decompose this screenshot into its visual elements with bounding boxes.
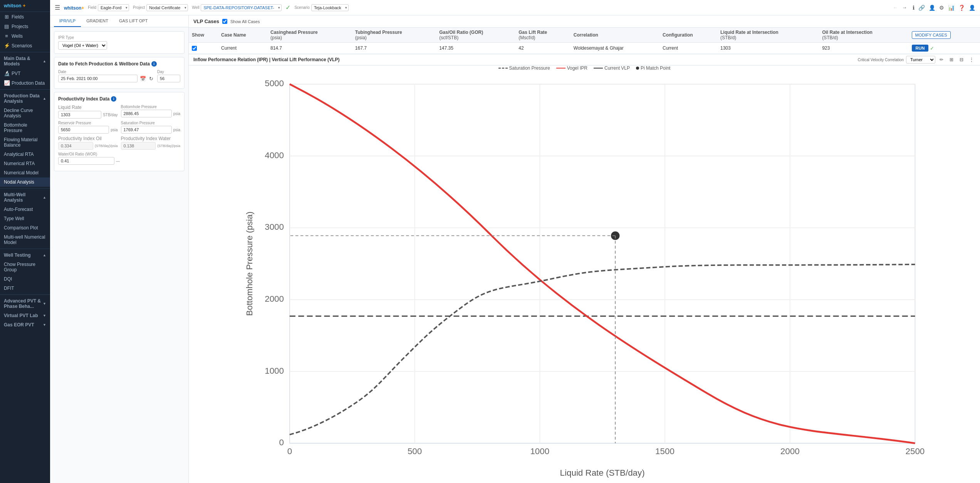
vlp-title: VLP Cases <box>193 18 219 24</box>
row-run-cell: RUN ✓ <box>909 43 980 54</box>
wor-input[interactable] <box>58 157 114 165</box>
chevron-up-icon3: ▲ <box>43 196 46 199</box>
sidebar-item-pvt[interactable]: 🔬 PVT <box>0 69 50 78</box>
scenario-select[interactable]: Teja-Lookback <box>311 4 349 11</box>
sidebar-group-main-data[interactable]: Main Data & Models ▲ <box>0 54 50 69</box>
user-icon[interactable]: 👤 <box>929 5 935 11</box>
sidebar-group-mwa[interactable]: Multi-Well Analysis ▲ <box>0 190 50 205</box>
pi-oil-input[interactable] <box>58 142 93 150</box>
liquid-rate-label: Liquid Rate <box>58 105 118 110</box>
sidebar-group-pda[interactable]: Production Data Analysis ▲ <box>0 91 50 106</box>
saturation-pressure-input[interactable] <box>121 126 172 134</box>
sidebar-item-nodal-analysis[interactable]: Nodal Analysis <box>0 177 50 187</box>
sidebar-group-advanced-pvt[interactable]: Advanced PVT & Phase Beha... ▼ <box>0 296 50 311</box>
ipr-type-select[interactable]: Vogel (Oil + Water) <box>58 41 107 50</box>
settings-icon[interactable]: ⚙ <box>939 5 944 11</box>
fields-icon: ⊞ <box>4 14 9 20</box>
field-select[interactable]: Eagle-Ford <box>98 4 129 11</box>
sidebar-item-comparison-plot[interactable]: Comparison Plot <box>0 223 50 232</box>
sidebar-item-dfit[interactable]: DFIT <box>0 284 50 293</box>
cv-label: Critical Velocity Correlation <box>858 58 904 62</box>
row-case-name: Current <box>218 43 267 54</box>
nav-forward-button[interactable]: → <box>900 3 909 12</box>
sidebar-group-virtual-pvt[interactable]: Virtual PVT Lab ▼ <box>0 311 50 320</box>
production-icon: 📈 <box>4 80 9 86</box>
sidebar-group-gas-eor[interactable]: Gas EOR PVT ▼ <box>0 320 50 329</box>
more-options-icon[interactable]: ⋮ <box>968 56 975 64</box>
tab-gas-lift-opt[interactable]: GAS LIFT OPT <box>114 15 153 27</box>
sidebar-item-dqi[interactable]: DQI <box>0 274 50 284</box>
col-configuration: Configuration <box>659 28 717 43</box>
sidebar-item-production-data[interactable]: 📈 Production Data <box>0 78 50 88</box>
chart-icon[interactable]: 📊 <box>948 5 955 11</box>
date-fetch-info-icon[interactable]: i <box>151 61 157 67</box>
sidebar-item-label: Scenarios <box>12 43 32 48</box>
sidebar-item-fields[interactable]: ⊞ Fields <box>0 12 50 22</box>
chart-legend: Saturation Pressure Vogel IPR Current VL… <box>189 65 980 71</box>
date-input[interactable] <box>58 75 138 82</box>
sidebar-group-well-testing[interactable]: Well Testing ▲ <box>0 251 50 260</box>
chevron-up-icon: ▲ <box>43 59 46 63</box>
calendar-icon[interactable]: 📅 <box>139 75 147 82</box>
expand-icon[interactable]: ⊞ <box>948 56 955 64</box>
tab-ipr-vlp[interactable]: IPR/VLP <box>54 15 81 27</box>
well-label: Well <box>192 5 199 10</box>
chevron-up-icon4: ▲ <box>43 253 46 257</box>
sidebar-item-auto-forecast[interactable]: Auto-Forecast <box>0 205 50 214</box>
col-gor: Gas/Oil Ratio (GOR)(scf/STB) <box>436 28 515 43</box>
svg-text:3000: 3000 <box>265 222 284 232</box>
col-show: Show <box>189 28 218 43</box>
bhp-label: Bottomhole Pressure <box>121 105 181 109</box>
row-show-checkbox[interactable] <box>192 46 197 51</box>
row-show <box>189 43 218 54</box>
svg-rect-0 <box>290 84 915 443</box>
link-icon[interactable]: 🔗 <box>918 5 925 11</box>
sidebar-item-numerical-rta[interactable]: Numerical RTA <box>0 159 50 168</box>
liquid-rate-input[interactable] <box>58 111 101 119</box>
reservoir-pressure-input[interactable] <box>58 126 109 134</box>
legend-pi-label: Pi Match Point <box>641 65 670 71</box>
sidebar-item-numerical-model[interactable]: Numerical Model <box>0 168 50 177</box>
scenario-selector: Scenario Teja-Lookback <box>294 4 348 11</box>
project-select[interactable]: Nodal Certificate <box>146 4 188 11</box>
run-button[interactable]: RUN <box>912 45 929 52</box>
sidebar-item-label: Projects <box>12 24 28 29</box>
account-icon[interactable]: 👤 <box>969 5 975 11</box>
col-tubinghead-pressure: Tubinghead Pressure(psia) <box>352 28 436 43</box>
sidebar-item-label: Fields <box>12 14 24 20</box>
sidebar-item-dca[interactable]: Decline Curve Analysis <box>0 106 50 120</box>
table-view-icon[interactable]: ⊟ <box>958 56 965 64</box>
sidebar-item-cpg[interactable]: Chow Pressure Group <box>0 260 50 274</box>
bhp-unit: psia <box>173 112 180 116</box>
info-icon[interactable]: ℹ <box>913 5 915 11</box>
sidebar-item-analytical-rta[interactable]: Analytical RTA <box>0 150 50 159</box>
sidebar-item-scenarios[interactable]: ⚡ Scenarios <box>0 41 50 50</box>
pi-info-icon[interactable]: i <box>111 96 116 102</box>
well-select[interactable]: SPE-DATA-REPOSITORY-DATASET-1-WELL-2-HAW… <box>201 4 282 11</box>
help-icon[interactable]: ❓ <box>958 5 965 11</box>
sidebar-item-mwnm[interactable]: Multi-well Numerical Model <box>0 232 50 247</box>
sidebar-item-type-well[interactable]: Type Well <box>0 214 50 223</box>
tab-gradient[interactable]: GRADIENT <box>81 15 114 27</box>
topbar-logo: whitson+ <box>64 5 84 11</box>
edit-chart-icon[interactable]: ✏ <box>938 56 945 64</box>
modify-cases-button[interactable]: MODIFY CASES <box>912 31 951 39</box>
col-actions: MODIFY CASES <box>909 28 980 43</box>
sidebar-item-wells[interactable]: ≡ Wells <box>0 31 50 41</box>
sidebar-item-fmb[interactable]: Flowing Material Balance <box>0 135 50 150</box>
sidebar-item-bhp[interactable]: Bottomhole Pressure <box>0 120 50 135</box>
col-liquid-rate: Liquid Rate at Intersection(STB/d) <box>717 28 819 43</box>
legend-vogel-ipr: Vogel IPR <box>556 65 587 71</box>
sidebar-item-projects[interactable]: ▤ Projects <box>0 22 50 31</box>
show-all-checkbox[interactable] <box>222 19 227 24</box>
refresh-icon[interactable]: ↻ <box>148 75 154 82</box>
menu-icon[interactable]: ☰ <box>55 4 60 11</box>
bhp-input[interactable] <box>121 110 172 117</box>
day-input[interactable] <box>157 75 180 82</box>
col-gas-lift-rate: Gas Lift Rate(Mscf/d) <box>515 28 571 43</box>
nav-back-button[interactable]: ← <box>891 3 899 12</box>
pi-water-input[interactable] <box>121 142 156 150</box>
row-liquid-rate: 1303 <box>717 43 819 54</box>
row-gas-lift: 42 <box>515 43 571 54</box>
cv-correlation-select[interactable]: Turner <box>906 56 935 64</box>
